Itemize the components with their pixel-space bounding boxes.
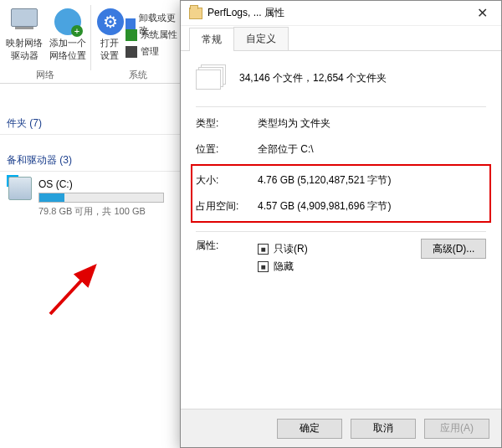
annotation-arrow (46, 260, 105, 318)
rb-open-l1: 打开 (97, 37, 122, 49)
divider (196, 231, 486, 232)
globe-plus-icon (54, 8, 81, 35)
divider (196, 106, 486, 107)
gear-icon (97, 8, 124, 35)
rb-add-l2: 网络位置 (47, 49, 89, 62)
rb-manage[interactable]: 管理 (126, 45, 159, 58)
sysprops-icon (126, 29, 137, 41)
value-type: 类型均为 文件夹 (258, 116, 486, 131)
drive-os-c[interactable]: OS (C:) 79.8 GB 可用，共 100 GB (0, 172, 184, 224)
advanced-button[interactable]: 高级(D)... (421, 239, 486, 259)
checkbox-readonly-label: 只读(R) (274, 242, 308, 256)
rb-map-l2: 驱动器 (5, 49, 44, 62)
rb-section-system: 系统 (94, 69, 182, 81)
rb-add-netloc[interactable]: 添加一个 网络位置 (47, 8, 89, 62)
folder-icon (189, 8, 202, 19)
annotation-highlight-box: 大小: 4.76 GB (5,120,487,521 字节) 占用空间: 4.5… (191, 164, 491, 223)
cancel-button[interactable]: 取消 (351, 419, 416, 439)
value-size: 4.76 GB (5,120,487,521 字节) (258, 173, 486, 188)
titlebar[interactable]: PerfLogs, ... 属性 ✕ (181, 1, 501, 26)
rb-map-l1: 映射网络 (5, 37, 44, 49)
tab-custom[interactable]: 自定义 (233, 27, 289, 50)
rb-sysprops-label: 系统属性 (141, 28, 177, 41)
checkbox-readonly[interactable]: ■ 只读(R) (258, 242, 406, 256)
label-size-on-disk: 占用空间: (196, 199, 258, 214)
svg-line-0 (50, 266, 95, 314)
rb-section-network: 网络 (0, 69, 90, 81)
group-folders[interactable]: 件夹 (7) (0, 113, 184, 135)
dialog-footer: 确定 取消 应用(A) (181, 409, 501, 447)
explorer-body: 件夹 (7) 备和驱动器 (3) OS (C:) 79.8 GB 可用，共 10… (0, 113, 184, 224)
rb-manage-label: 管理 (141, 45, 159, 58)
label-size: 大小: (196, 173, 258, 188)
group-drives[interactable]: 备和驱动器 (3) (0, 150, 184, 172)
row-size: 大小: 4.76 GB (5,120,487,521 字节) (196, 167, 486, 193)
dialog-content: 34,146 个文件，12,654 个文件夹 类型: 类型均为 文件夹 位置: … (181, 51, 501, 286)
rb-open-settings[interactable]: 打开 设置 (97, 8, 122, 62)
hdd-icon (8, 177, 32, 200)
row-size-on-disk: 占用空间: 4.57 GB (4,909,981,696 字节) (196, 193, 486, 219)
value-size-on-disk: 4.57 GB (4,909,981,696 字节) (258, 199, 486, 214)
apply-button[interactable]: 应用(A) (424, 419, 489, 439)
properties-dialog: PerfLogs, ... 属性 ✕ 常规 自定义 34,146 个文件，12,… (180, 0, 502, 448)
rb-sep1 (90, 5, 91, 70)
row-attributes: 属性: ■ 只读(R) ■ 隐藏 高级(D)... (196, 235, 486, 277)
close-button[interactable]: ✕ (463, 1, 501, 26)
rb-map-drive[interactable]: 映射网络 驱动器 (5, 8, 44, 62)
label-attributes: 属性: (196, 239, 258, 253)
row-location: 位置: 全部位于 C:\ (196, 136, 486, 162)
file-count-summary: 34,146 个文件，12,654 个文件夹 (239, 71, 387, 85)
folder-stack-icon (196, 64, 228, 91)
checkbox-box-icon: ■ (258, 244, 269, 255)
rb-open-l2: 设置 (97, 49, 122, 62)
dialog-title: PerfLogs, ... 属性 (207, 6, 463, 20)
tab-general[interactable]: 常规 (189, 28, 234, 51)
row-type: 类型: 类型均为 文件夹 (196, 111, 486, 136)
checkbox-hidden[interactable]: ■ 隐藏 (258, 260, 406, 274)
tabstrip: 常规 自定义 (181, 26, 501, 51)
label-location: 位置: (196, 142, 258, 157)
rb-sysprops[interactable]: 系统属性 (126, 28, 177, 41)
rb-add-l1: 添加一个 (47, 37, 89, 49)
drive-usage-bar (38, 193, 164, 203)
checkbox-hidden-label: 隐藏 (274, 260, 294, 274)
checkbox-box-icon: ■ (258, 261, 269, 272)
ribbon: 映射网络 驱动器 添加一个 网络位置 网络 打开 设置 卸载或更改… 系统属性 … (0, 0, 184, 84)
drive-usage-text: 79.8 GB 可用，共 100 GB (38, 205, 176, 218)
drive-name: OS (C:) (38, 178, 176, 190)
label-type: 类型: (196, 116, 258, 131)
value-location: 全部位于 C:\ (258, 142, 486, 157)
manage-icon (126, 46, 137, 58)
ok-button[interactable]: 确定 (277, 419, 342, 439)
drive-map-icon (11, 8, 38, 27)
